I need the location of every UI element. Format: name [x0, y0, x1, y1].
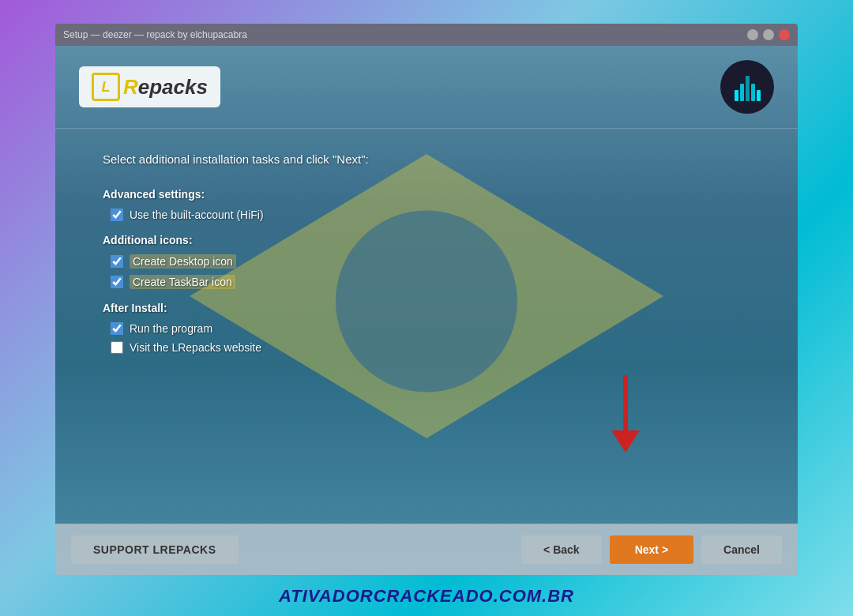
- checkbox-run-label[interactable]: Run the program: [130, 322, 212, 335]
- content-area: Select additional installation tasks and…: [55, 129, 798, 524]
- checkbox-desktop[interactable]: [111, 255, 123, 268]
- title-bar-text: Setup — deezer — repack by elchupacabra: [63, 29, 247, 40]
- instruction-text: Select additional installation tasks and…: [103, 152, 758, 166]
- down-arrow: [611, 375, 640, 453]
- maximize-button[interactable]: [763, 29, 774, 40]
- additional-label: Additional icons:: [103, 234, 758, 246]
- checkbox-hifi-row: Use the built-account (HiFi): [103, 208, 758, 221]
- logo-container: L Repacks: [79, 66, 220, 107]
- minimize-button[interactable]: [747, 29, 758, 40]
- header: L Repacks: [55, 46, 798, 129]
- bar-5: [757, 90, 761, 101]
- checkbox-visit-row: Visit the LRepacks website: [103, 341, 758, 354]
- checkbox-taskbar-row: Create TaskBar icon: [103, 275, 758, 289]
- after-install-section: After Install: Run the program Visit the…: [103, 302, 758, 354]
- checkbox-desktop-row: Create Desktop icon: [103, 254, 758, 269]
- footer-nav: < Back Next > Cancel: [521, 535, 782, 564]
- arrow-head: [611, 430, 640, 453]
- close-button[interactable]: [779, 29, 790, 40]
- arrow-container: [611, 375, 640, 453]
- checkbox-hifi[interactable]: [111, 208, 123, 221]
- advanced-label: Advanced settings:: [103, 188, 758, 201]
- title-bar: Setup — deezer — repack by elchupacabra: [55, 24, 798, 46]
- deezer-logo: [720, 60, 774, 114]
- logo-r: R: [123, 75, 138, 99]
- cancel-button[interactable]: Cancel: [701, 535, 782, 564]
- bar-2: [740, 84, 744, 101]
- next-button[interactable]: Next >: [610, 535, 693, 564]
- logo-text: Repacks: [123, 75, 208, 100]
- after-install-label: After Install:: [103, 302, 758, 314]
- advanced-section: Advanced settings: Use the built-account…: [103, 188, 758, 221]
- installer-window: L Repacks Select additional installation…: [55, 46, 798, 575]
- footer: SUPPORT LREPACKS < Back Next > Cancel: [55, 524, 798, 575]
- watermark-text: ATIVADORCRACKEADO.COM.BR: [279, 586, 574, 606]
- checkbox-hifi-label[interactable]: Use the built-account (HiFi): [130, 208, 264, 221]
- title-bar-controls: [747, 29, 790, 40]
- logo-icon: L: [92, 73, 120, 101]
- deezer-bars: [735, 73, 761, 101]
- checkbox-visit[interactable]: [111, 341, 123, 354]
- checkbox-run-row: Run the program: [103, 322, 758, 335]
- bar-4: [751, 84, 755, 101]
- checkbox-run[interactable]: [111, 322, 123, 335]
- bar-1: [735, 90, 738, 101]
- checkbox-taskbar-label[interactable]: Create TaskBar icon: [130, 275, 235, 289]
- additional-icons-section: Additional icons: Create Desktop icon Cr…: [103, 234, 758, 289]
- watermark: ATIVADORCRACKEADO.COM.BR: [0, 575, 853, 613]
- support-button[interactable]: SUPPORT LREPACKS: [71, 535, 239, 564]
- arrow-shaft: [623, 375, 628, 430]
- checkbox-desktop-label[interactable]: Create Desktop icon: [130, 254, 236, 269]
- back-button[interactable]: < Back: [521, 535, 602, 564]
- checkbox-visit-label[interactable]: Visit the LRepacks website: [130, 341, 261, 354]
- checkbox-taskbar[interactable]: [111, 276, 123, 288]
- bar-3: [746, 76, 750, 101]
